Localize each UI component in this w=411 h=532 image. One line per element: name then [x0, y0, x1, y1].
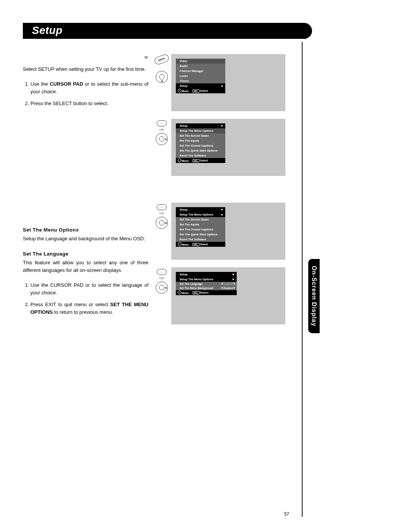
chevron-left-icon [221, 283, 223, 285]
option-value: Shaded [223, 287, 233, 289]
or-label: OR [159, 212, 164, 215]
content-columns: Select SETUP when setting your TV up for… [23, 54, 304, 332]
section-language-text: This feature will allow you to select an… [23, 259, 148, 274]
menu-item: Set The Closed Captions [176, 143, 225, 148]
section-menu-options-text: Setup the Language and background of the… [23, 235, 148, 243]
move-icon [178, 291, 181, 294]
osd-footer: Move SEL Select [176, 88, 225, 93]
chevron-down-icon [232, 279, 234, 280]
chevron-down-icon [232, 274, 234, 275]
section-menu-options-heading: Set The Menu Options [23, 226, 148, 234]
step-c1: Use the CURSOR PAD or to select the lang… [30, 281, 148, 296]
cursor-pad-icon [156, 133, 168, 145]
chevron-down-icon [221, 125, 223, 127]
figure-3: — OR Setup Setup The Menu Options Set Th… [152, 203, 304, 260]
menu-item: Set The Closed Captions [176, 227, 225, 232]
menu-item: Reset The Software [176, 237, 225, 242]
step-c2: Press EXIT to quit menu or select SET TH… [30, 301, 148, 316]
osd-header: Setup [176, 207, 225, 212]
option-row: Set The Language : English [176, 282, 237, 286]
move-icon [178, 243, 181, 246]
figure-2: — OR Setup Setup The Menu Options Set Th… [152, 119, 304, 176]
cursor-pad-icon [156, 281, 168, 294]
page: Setup Select SETUP when setting your TV … [0, 0, 411, 532]
or-label: OR [159, 276, 164, 280]
menu-item: Set The Inputs [176, 222, 225, 227]
osd-footer: Move SEL Select [176, 242, 225, 247]
cursor-pad-icon [156, 71, 168, 83]
intro-text: Select SETUP when setting your TV up for… [23, 66, 148, 73]
pill-button-icon: — [157, 269, 167, 275]
menu-item: Locks [176, 73, 225, 78]
left-column: Select SETUP when setting your TV up for… [23, 54, 152, 332]
osd-footer: Move SEL Return [176, 290, 237, 295]
remote-icons-2: — OR [152, 119, 171, 145]
menu-item: Set The Screen Saver [176, 133, 225, 138]
figure-4: — OR Setup Setup The Menu Options Set Th… [152, 267, 304, 324]
step-a2: Press the SELECT button to select. [30, 100, 148, 107]
chevron-right-icon [234, 287, 235, 289]
osd-header: Setup [176, 123, 225, 128]
osd-footer: Move SEL Select [176, 158, 225, 163]
menu-item: Set The Inputs [176, 138, 225, 143]
menu-item-selected: Setup [176, 83, 225, 88]
chevron-right-icon [221, 85, 223, 87]
menu-item: Setup The Menu Options [176, 128, 225, 133]
osd-panel-3: Setup Setup The Menu Options Set The Scr… [176, 207, 225, 247]
or-label: OR [159, 128, 164, 131]
option-value: English [223, 283, 233, 285]
menu-item: Set The Screen Saver [176, 217, 225, 222]
osd-header: Setup [176, 272, 237, 277]
steps-list-c: Use the CURSOR PAD or to select the lang… [23, 281, 148, 316]
remote-icons-4: — OR [152, 267, 171, 294]
menu-item: Channel Manager [176, 69, 225, 73]
menu-item: Video [176, 59, 225, 64]
menu-item: Reset The Software [176, 153, 225, 158]
menu-button-icon: MENU [154, 53, 170, 66]
osd-panel-1: Video Audio Channel Manager Locks Timers… [176, 59, 225, 93]
accent-triangle [23, 54, 148, 62]
figure-1: MENU Video Audio Channel Manager Locks T… [152, 54, 304, 111]
osd-panel-4: Setup Setup The Menu Options Set The Lan… [176, 272, 237, 295]
page-number: 57 [284, 511, 289, 517]
osd-panel-2: Setup Setup The Menu Options Set The Scr… [176, 123, 225, 163]
steps-list-a: Use the CURSOR PAD or to select the sub-… [23, 80, 148, 107]
chevron-left-icon [221, 287, 223, 289]
move-icon [178, 89, 181, 92]
step-a1: Use the CURSOR PAD or to select the sub-… [30, 80, 148, 95]
osd-screen-3: Setup Setup The Menu Options Set The Scr… [171, 203, 285, 260]
menu-item-selected: Setup The Menu Options [176, 212, 225, 217]
chevron-down-icon [221, 209, 223, 211]
page-title: Setup [23, 23, 312, 39]
triangle-down-icon [144, 56, 148, 59]
menu-item: Timers [176, 78, 225, 83]
remote-icons-1: MENU [152, 54, 171, 83]
osd-sub-header: Setup The Menu Options [176, 277, 237, 282]
pill-button-icon: — [157, 204, 167, 210]
osd-screen-1: Video Audio Channel Manager Locks Timers… [171, 54, 285, 111]
vertical-divider [302, 42, 303, 517]
side-tab: On-Screen Display [308, 259, 320, 333]
chevron-right-icon [221, 214, 223, 216]
option-row: Set The Menu Background : Shaded [176, 286, 237, 290]
chevron-right-icon [234, 283, 235, 285]
move-icon [178, 159, 181, 162]
menu-item: Set The Quick Start Options [176, 148, 225, 153]
remote-icons-3: — OR [152, 203, 171, 229]
menu-item: Set The Quick Start Options [176, 232, 225, 237]
pill-button-icon: — [157, 120, 167, 126]
section-language-heading: Set The Language [23, 250, 148, 258]
menu-item: Audio [176, 64, 225, 69]
osd-screen-4: Setup Setup The Menu Options Set The Lan… [171, 267, 285, 324]
right-column: MENU Video Audio Channel Manager Locks T… [152, 54, 304, 332]
osd-screen-2: Setup Setup The Menu Options Set The Scr… [171, 119, 285, 176]
cursor-pad-icon [156, 217, 168, 229]
page-title-text: Setup [32, 24, 62, 36]
